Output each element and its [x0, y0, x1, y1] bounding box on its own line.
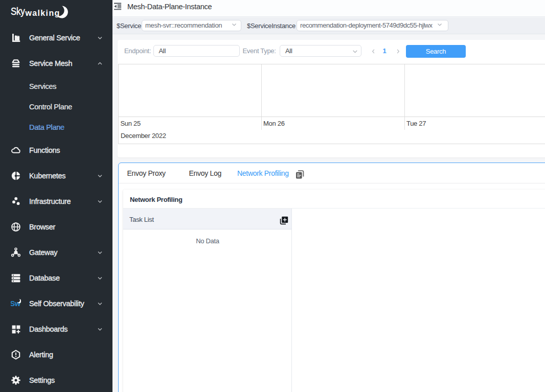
svg-text:Sw: Sw [11, 299, 21, 308]
